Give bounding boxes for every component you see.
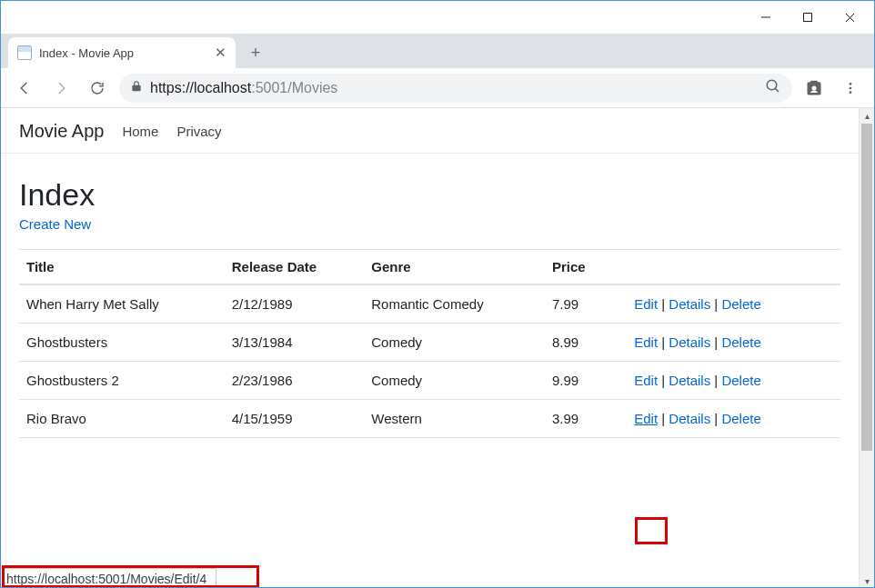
cell-title: Ghostbusters xyxy=(19,324,225,362)
browser-tab[interactable]: Index - Movie App ✕ xyxy=(8,37,236,68)
cell-genre: Western xyxy=(364,400,545,438)
details-link[interactable]: Details xyxy=(669,296,710,312)
url-host: localhost xyxy=(194,80,251,95)
url-path: /Movies xyxy=(287,80,337,95)
scroll-track[interactable] xyxy=(860,451,874,573)
cell-genre: Comedy xyxy=(364,324,545,362)
tab-close-icon[interactable]: ✕ xyxy=(215,45,226,61)
cell-release: 3/13/1984 xyxy=(225,324,365,362)
cell-price: 3.99 xyxy=(545,400,627,438)
scroll-thumb[interactable] xyxy=(861,124,872,451)
action-separator: | xyxy=(710,373,721,388)
create-new-link[interactable]: Create New xyxy=(19,216,91,232)
nav-link-privacy[interactable]: Privacy xyxy=(176,124,221,139)
details-link[interactable]: Details xyxy=(669,334,710,350)
status-bar-url: https://localhost:5001/Movies/Edit/4 xyxy=(1,568,216,588)
edit-link[interactable]: Edit xyxy=(634,296,658,312)
window-minimize-button[interactable] xyxy=(745,3,787,32)
cell-price: 8.99 xyxy=(545,324,627,362)
action-separator: | xyxy=(658,373,669,388)
cell-actions: Edit | Details | Delete xyxy=(627,324,840,362)
table-row: Rio Bravo4/15/1959Western3.99Edit | Deta… xyxy=(19,400,840,438)
browser-tabstrip: Index - Movie App ✕ + xyxy=(1,34,874,68)
action-separator: | xyxy=(658,334,669,350)
details-link[interactable]: Details xyxy=(669,373,710,388)
cell-title: Rio Bravo xyxy=(19,400,225,438)
col-price: Price xyxy=(545,250,627,285)
forward-button[interactable] xyxy=(46,74,75,103)
tab-title: Index - Movie App xyxy=(39,46,134,60)
window-maximize-button[interactable] xyxy=(787,3,829,32)
edit-link[interactable]: Edit xyxy=(634,334,658,350)
action-separator: | xyxy=(658,411,669,426)
delete-link[interactable]: Delete xyxy=(721,334,760,350)
svg-point-6 xyxy=(812,85,817,90)
back-button[interactable] xyxy=(10,74,39,103)
window-close-button[interactable] xyxy=(829,3,870,32)
site-navbar: Movie App Home Privacy xyxy=(1,108,859,154)
cell-genre: Comedy xyxy=(364,362,545,400)
cell-title: When Harry Met Sally xyxy=(19,284,225,324)
edit-link[interactable]: Edit xyxy=(634,373,658,388)
col-title: Title xyxy=(19,250,225,285)
svg-line-5 xyxy=(775,88,779,92)
menu-icon[interactable] xyxy=(836,74,865,103)
edit-link[interactable]: Edit xyxy=(634,411,658,426)
new-tab-button[interactable]: + xyxy=(243,40,268,65)
nav-link-home[interactable]: Home xyxy=(122,124,158,139)
account-icon[interactable] xyxy=(800,74,829,103)
movies-table: Title Release Date Genre Price When Harr… xyxy=(19,249,840,438)
action-separator: | xyxy=(710,334,721,350)
cell-actions: Edit | Details | Delete xyxy=(627,400,840,438)
delete-link[interactable]: Delete xyxy=(721,373,760,388)
action-separator: | xyxy=(710,411,721,426)
browser-toolbar: https://localhost:5001/Movies xyxy=(1,68,874,108)
cell-release: 2/23/1986 xyxy=(225,362,365,400)
page-viewport: Movie App Home Privacy Index Create New … xyxy=(1,108,859,588)
action-separator: | xyxy=(658,296,669,312)
svg-point-7 xyxy=(850,83,852,85)
svg-rect-1 xyxy=(804,14,812,22)
table-row: Ghostbusters3/13/1984Comedy8.99Edit | De… xyxy=(19,324,840,362)
cell-release: 4/15/1959 xyxy=(225,400,365,438)
cell-release: 2/12/1989 xyxy=(225,284,365,324)
scroll-up-arrow-icon[interactable]: ▴ xyxy=(860,108,874,124)
table-row: Ghostbusters 22/23/1986Comedy9.99Edit | … xyxy=(19,362,840,400)
tab-favicon-icon xyxy=(17,45,32,60)
col-release: Release Date xyxy=(225,250,365,285)
svg-point-9 xyxy=(850,91,852,94)
url-text: https://localhost:5001/Movies xyxy=(150,80,337,96)
address-bar[interactable]: https://localhost:5001/Movies xyxy=(119,74,792,103)
cell-price: 9.99 xyxy=(545,362,627,400)
action-separator: | xyxy=(710,296,721,312)
window-titlebar xyxy=(1,1,874,34)
brand-title[interactable]: Movie App xyxy=(19,121,104,142)
lock-icon xyxy=(130,80,143,96)
cell-genre: Romantic Comedy xyxy=(364,284,545,324)
scroll-down-arrow-icon[interactable]: ▾ xyxy=(860,573,874,588)
vertical-scrollbar[interactable]: ▴ ▾ xyxy=(859,108,874,588)
svg-point-4 xyxy=(767,80,777,90)
page-heading: Index xyxy=(19,177,840,213)
delete-link[interactable]: Delete xyxy=(721,296,760,312)
details-link[interactable]: Details xyxy=(669,411,710,426)
zoom-icon[interactable] xyxy=(765,78,781,98)
col-actions xyxy=(627,250,840,285)
table-row: When Harry Met Sally2/12/1989Romantic Co… xyxy=(19,284,840,324)
cell-price: 7.99 xyxy=(545,284,627,324)
cell-title: Ghostbusters 2 xyxy=(19,362,225,400)
svg-point-8 xyxy=(850,86,852,89)
col-genre: Genre xyxy=(364,250,545,285)
cell-actions: Edit | Details | Delete xyxy=(627,284,840,324)
reload-button[interactable] xyxy=(83,74,112,103)
url-port: :5001 xyxy=(251,80,287,95)
url-protocol: https:// xyxy=(150,80,194,95)
cell-actions: Edit | Details | Delete xyxy=(627,362,840,400)
delete-link[interactable]: Delete xyxy=(721,411,760,426)
